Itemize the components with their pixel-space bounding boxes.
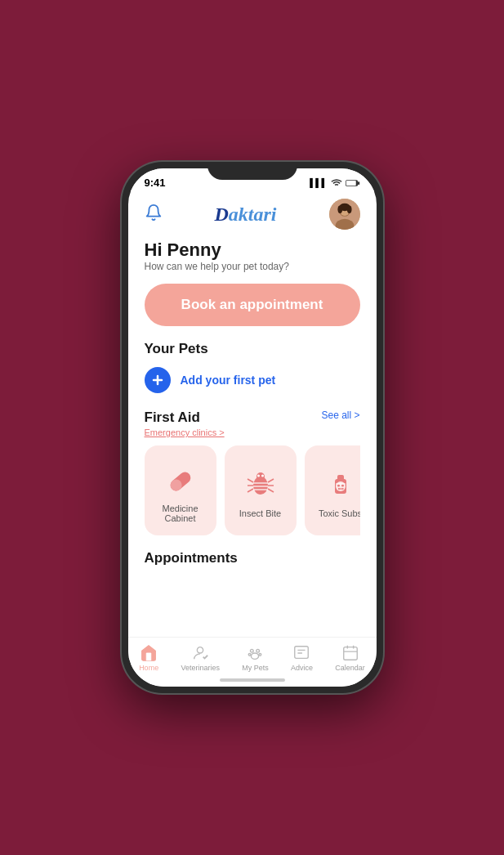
svg-rect-3 [358, 181, 359, 185]
svg-rect-35 [341, 488, 343, 490]
add-pet-icon [145, 367, 171, 393]
nav-pets-label: My Pets [242, 664, 269, 672]
first-aid-card-toxic[interactable]: Toxic Subs [305, 445, 360, 535]
avatar[interactable] [329, 199, 360, 230]
add-pet-row[interactable]: Add your first pet [145, 367, 360, 393]
svg-point-30 [336, 481, 346, 491]
greeting-subtitle: How can we help your pet today? [145, 261, 360, 272]
notch [207, 162, 297, 180]
svg-point-39 [256, 649, 260, 652]
emergency-clinics-link[interactable]: Emergency clinics > [145, 428, 360, 437]
svg-point-32 [341, 485, 344, 487]
medicine-icon [163, 461, 198, 497]
home-indicator-bar [128, 675, 377, 687]
phone-screen: 9:41 ▌▌▌ Daktari [128, 168, 377, 687]
svg-point-40 [252, 653, 259, 659]
svg-point-9 [337, 206, 342, 213]
toxic-label: Toxic Subs [319, 508, 360, 518]
svg-line-22 [248, 479, 253, 482]
main-content: Hi Penny How can we help your pet today?… [128, 236, 377, 637]
svg-point-41 [249, 653, 252, 656]
nav-calendar-label: Calendar [335, 664, 365, 672]
nav-home-label: Home [139, 664, 158, 672]
notification-bell[interactable] [145, 204, 163, 225]
see-all-button[interactable]: See all > [321, 410, 359, 421]
first-aid-cards: Medicine Cabinet [145, 445, 360, 535]
svg-point-42 [259, 653, 261, 656]
status-icons: ▌▌▌ [310, 177, 359, 189]
first-aid-card-medicine[interactable]: Medicine Cabinet [145, 445, 216, 535]
nav-vets-label: Veterinaries [181, 664, 220, 672]
phone-frame: 9:41 ▌▌▌ Daktari [122, 162, 383, 693]
svg-line-25 [268, 479, 274, 482]
insect-icon [243, 466, 279, 502]
svg-point-38 [251, 649, 254, 652]
appointments-title: Appointments [145, 550, 360, 566]
svg-line-27 [268, 489, 274, 492]
first-aid-card-insect[interactable]: Insect Bite [225, 445, 297, 535]
signal-icon: ▌▌▌ [310, 178, 327, 187]
app-logo: Daktari [214, 204, 276, 226]
nav-advice-label: Advice [291, 664, 313, 672]
battery-icon [346, 179, 360, 187]
svg-rect-46 [343, 647, 357, 660]
status-time: 9:41 [145, 177, 166, 189]
svg-point-18 [261, 475, 264, 477]
home-indicator [220, 678, 285, 682]
nav-pets[interactable]: My Pets [242, 644, 269, 672]
svg-point-10 [346, 206, 351, 213]
bottom-nav: Home Veterinaries My Pets [128, 637, 377, 675]
nav-vets[interactable]: Veterinaries [181, 644, 220, 672]
add-pet-label: Add your first pet [181, 374, 276, 387]
nav-home[interactable]: Home [139, 644, 158, 672]
svg-rect-33 [338, 488, 340, 490]
toxic-icon [323, 466, 359, 502]
first-aid-header: First Aid See all > [145, 410, 360, 426]
your-pets-title: Your Pets [145, 341, 360, 357]
svg-point-17 [257, 475, 260, 477]
medicine-label: Medicine Cabinet [154, 504, 207, 523]
nav-advice[interactable]: Advice [291, 644, 313, 672]
svg-rect-43 [295, 647, 309, 659]
app-header: Daktari [128, 192, 377, 236]
svg-point-37 [198, 647, 203, 653]
greeting-name: Hi Penny [145, 239, 360, 261]
nav-calendar[interactable]: Calendar [335, 644, 365, 672]
insect-label: Insect Bite [239, 508, 281, 518]
svg-rect-29 [337, 475, 344, 481]
wifi-icon [331, 177, 342, 189]
svg-rect-2 [346, 181, 355, 186]
svg-rect-34 [340, 488, 341, 490]
svg-point-31 [337, 485, 340, 487]
first-aid-title: First Aid [145, 410, 200, 426]
book-appointment-button[interactable]: Book an appointment [145, 284, 360, 326]
svg-line-24 [248, 489, 253, 492]
